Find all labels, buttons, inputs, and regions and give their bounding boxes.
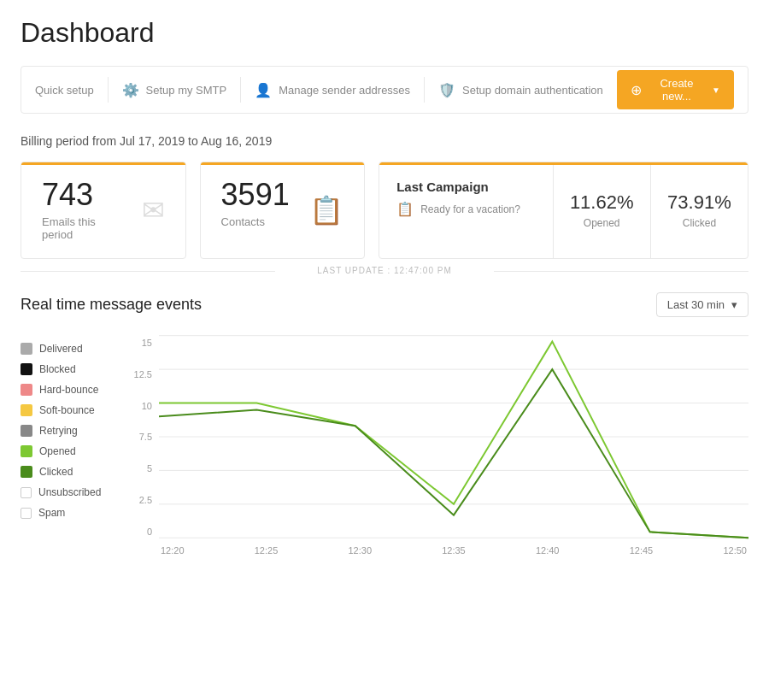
realtime-title: Real time message events xyxy=(21,296,202,314)
sender-label: Manage sender addresses xyxy=(279,84,410,97)
emails-info: 743 Emails this period xyxy=(42,179,128,241)
legend-unsubscribed: Unsubscribed xyxy=(21,486,114,498)
hard-bounce-label: Hard-bounce xyxy=(39,384,98,396)
legend-hard-bounce: Hard-bounce xyxy=(21,384,114,396)
time-range-label: Last 30 min xyxy=(667,298,725,311)
sidebar-item-smtp[interactable]: ⚙️ Setup my SMTP xyxy=(109,82,241,98)
unsubscribed-checkbox xyxy=(21,487,32,498)
clicked-line xyxy=(159,369,748,538)
line-chart xyxy=(159,334,748,539)
x-label-1225: 12:25 xyxy=(255,545,279,556)
hard-bounce-color xyxy=(21,384,32,396)
x-label-1220: 12:20 xyxy=(161,545,185,556)
campaign-name: Ready for a vacation? xyxy=(420,203,520,215)
opened-legend-label: Opened xyxy=(39,445,76,457)
domain-icon: 🛡️ xyxy=(438,82,455,98)
legend-opened: Opened xyxy=(21,445,114,457)
campaign-card: Last Campaign 📋 Ready for a vacation? 11… xyxy=(379,162,748,259)
chart-container: Delivered Blocked Hard-bounce Soft-bounc… xyxy=(21,334,748,556)
delivered-color xyxy=(21,343,32,355)
legend-soft-bounce: Soft-bounce xyxy=(21,404,114,416)
sidebar-item-quick-setup[interactable]: Quick setup xyxy=(35,84,108,97)
realtime-header: Real time message events Last 30 min ▾ xyxy=(21,292,748,317)
y-label-5: 5 xyxy=(128,463,152,474)
create-new-button[interactable]: ⊕ Create new... ▼ xyxy=(617,70,734,109)
page-container: Dashboard Quick setup ⚙️ Setup my SMTP 👤… xyxy=(0,0,769,573)
emails-number: 743 xyxy=(42,179,128,210)
smtp-icon: ⚙️ xyxy=(122,82,139,98)
campaign-title: Last Campaign xyxy=(396,179,535,194)
clicked-metric: 73.91% Clicked xyxy=(651,162,748,258)
time-range-dropdown[interactable]: Last 30 min ▾ xyxy=(656,292,748,317)
campaign-subtitle: 📋 Ready for a vacation? xyxy=(396,201,535,217)
unsubscribed-label: Unsubscribed xyxy=(38,486,101,498)
contacts-info: 3591 Contacts xyxy=(221,179,290,228)
contacts-stat-card: 3591 Contacts 📋 xyxy=(200,162,366,259)
legend-spam: Spam xyxy=(21,507,114,519)
y-label-2-5: 2.5 xyxy=(128,495,152,505)
clicked-value: 73.91% xyxy=(665,191,734,214)
y-label-10: 10 xyxy=(128,401,152,411)
opened-value: 11.62% xyxy=(567,191,637,214)
smtp-label: Setup my SMTP xyxy=(146,84,227,97)
x-label-1250: 12:50 xyxy=(723,545,747,556)
dropdown-arrow-icon: ▼ xyxy=(712,85,720,95)
opened-metric: 11.62% Opened xyxy=(554,162,651,258)
sender-icon: 👤 xyxy=(255,82,272,98)
retrying-color xyxy=(21,425,32,437)
billing-period: Billing period from Jul 17, 2019 to Aug … xyxy=(21,134,748,148)
spam-label: Spam xyxy=(38,507,65,519)
y-label-7-5: 7.5 xyxy=(128,432,152,442)
last-update-label: LAST UPDATE : 12:47:00 PM xyxy=(317,266,451,275)
y-label-0: 0 xyxy=(128,526,152,537)
x-axis-labels: 12:20 12:25 12:30 12:35 12:40 12:45 12:5… xyxy=(159,545,748,556)
contacts-icon: 📋 xyxy=(309,194,343,226)
domain-label: Setup domain authentication xyxy=(462,84,603,97)
legend-blocked: Blocked xyxy=(21,363,114,375)
emails-label: Emails this period xyxy=(42,215,128,241)
svg-chart-area: 12:20 12:25 12:30 12:35 12:40 12:45 12:5… xyxy=(159,334,748,556)
contacts-label: Contacts xyxy=(221,215,290,228)
x-label-1235: 12:35 xyxy=(442,545,466,556)
clicked-legend-label: Clicked xyxy=(39,466,73,478)
quick-setup-label: Quick setup xyxy=(35,84,94,97)
stats-row: 743 Emails this period ✉ 3591 Contacts 📋… xyxy=(21,162,748,259)
campaign-icon: 📋 xyxy=(396,201,414,217)
soft-bounce-color xyxy=(21,404,32,416)
x-label-1230: 12:30 xyxy=(348,545,372,556)
plus-icon: ⊕ xyxy=(631,82,642,98)
opened-label: Opened xyxy=(567,217,637,229)
chart-wrap: 15 12.5 10 7.5 5 2.5 0 xyxy=(128,334,748,556)
clicked-color xyxy=(21,466,32,478)
sidebar-item-sender[interactable]: 👤 Manage sender addresses xyxy=(241,82,424,98)
email-icon: ✉ xyxy=(142,194,165,226)
dropdown-chevron-icon: ▾ xyxy=(731,298,737,311)
soft-bounce-label: Soft-bounce xyxy=(39,404,95,416)
emails-stat-card: 743 Emails this period ✉ xyxy=(21,162,186,259)
clicked-label: Clicked xyxy=(665,217,734,229)
legend-delivered: Delivered xyxy=(21,343,114,355)
setup-bar: Quick setup ⚙️ Setup my SMTP 👤 Manage se… xyxy=(21,66,748,114)
retrying-label: Retrying xyxy=(39,425,78,437)
legend-retrying: Retrying xyxy=(21,425,114,437)
y-label-12-5: 12.5 xyxy=(128,369,152,379)
page-title: Dashboard xyxy=(21,17,748,49)
blocked-label: Blocked xyxy=(39,363,76,375)
opened-color xyxy=(21,445,32,457)
x-label-1240: 12:40 xyxy=(536,545,560,556)
opened-line xyxy=(159,342,748,538)
contacts-number: 3591 xyxy=(221,179,290,210)
campaign-info: Last Campaign 📋 Ready for a vacation? xyxy=(379,162,553,258)
blocked-color xyxy=(21,363,32,375)
spam-checkbox xyxy=(21,508,32,519)
x-label-1245: 12:45 xyxy=(630,545,654,556)
create-button-label: Create new... xyxy=(647,77,707,103)
delivered-label: Delivered xyxy=(39,343,83,355)
sidebar-item-domain[interactable]: 🛡️ Setup domain authentication xyxy=(425,82,617,98)
chart-legend: Delivered Blocked Hard-bounce Soft-bounc… xyxy=(21,334,114,556)
y-axis-labels: 15 12.5 10 7.5 5 2.5 0 xyxy=(128,334,159,556)
y-label-15: 15 xyxy=(128,338,152,348)
legend-clicked: Clicked xyxy=(21,466,114,478)
last-update: LAST UPDATE : 12:47:00 PM xyxy=(21,266,748,275)
